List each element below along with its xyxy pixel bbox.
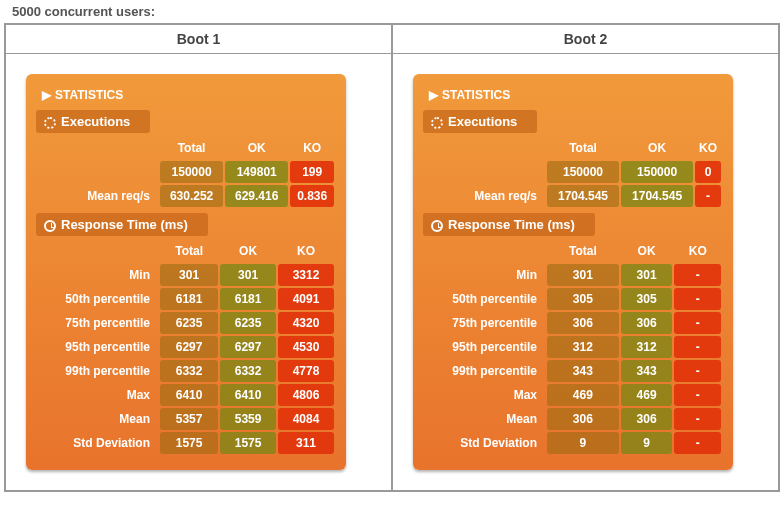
column-header-boot1: Boot 1 <box>6 25 391 54</box>
col-ok: OK <box>621 137 693 159</box>
exec-count-total: 150000 <box>160 161 223 183</box>
row-p95: 95th percentile <box>38 336 158 358</box>
col-ok: OK <box>621 240 673 262</box>
col-total: Total <box>547 137 619 159</box>
col-ok: OK <box>225 137 288 159</box>
executions-section: Executions <box>36 110 150 133</box>
row-p99: 99th percentile <box>38 360 158 382</box>
exec-reqs-total: 630.252 <box>160 185 223 207</box>
exec-count-ko: 199 <box>290 161 334 183</box>
col-total: Total <box>160 240 218 262</box>
exec-count-ko: 0 <box>695 161 721 183</box>
col-ko: KO <box>290 137 334 159</box>
response-section: Response Time (ms) <box>36 213 208 236</box>
row-p75: 75th percentile <box>38 312 158 334</box>
row-p75: 75th percentile <box>425 312 545 334</box>
column-boot1: Boot 1 ▶STATISTICS Executions TotalOKKO … <box>5 24 392 491</box>
row-max: Max <box>38 384 158 406</box>
response-section: Response Time (ms) <box>423 213 595 236</box>
row-p50: 50th percentile <box>425 288 545 310</box>
col-ko: KO <box>278 240 334 262</box>
exec-reqs-ko: - <box>695 185 721 207</box>
row-min: Min <box>425 264 545 286</box>
col-ko: KO <box>674 240 721 262</box>
stats-card-boot2: ▶STATISTICS Executions TotalOKKO 1500001… <box>413 74 733 470</box>
page-title: 5000 concurrent users: <box>4 4 780 19</box>
exec-reqs-total: 1704.545 <box>547 185 619 207</box>
executions-icon <box>44 117 56 129</box>
stats-card-boot1: ▶STATISTICS Executions TotalOKKO 1500001… <box>26 74 346 470</box>
col-ko: KO <box>695 137 721 159</box>
row-p95: 95th percentile <box>425 336 545 358</box>
row-std: Std Deviation <box>38 432 158 454</box>
row-min: Min <box>38 264 158 286</box>
response-table: TotalOKKO Min301301- 50th percentile3053… <box>423 238 723 456</box>
statistics-header: ▶STATISTICS <box>423 84 723 106</box>
row-max: Max <box>425 384 545 406</box>
statistics-header: ▶STATISTICS <box>36 84 336 106</box>
row-p50: 50th percentile <box>38 288 158 310</box>
col-total: Total <box>160 137 223 159</box>
row-mean: Mean <box>425 408 545 430</box>
column-header-boot2: Boot 2 <box>393 25 778 54</box>
row-mean-reqs: Mean req/s <box>38 185 158 207</box>
comparison-grid: Boot 1 ▶STATISTICS Executions TotalOKKO … <box>4 23 780 492</box>
row-mean: Mean <box>38 408 158 430</box>
col-total: Total <box>547 240 619 262</box>
exec-count-ok: 149801 <box>225 161 288 183</box>
executions-table: TotalOKKO 150000149801199 Mean req/s630.… <box>36 135 336 209</box>
clock-icon <box>44 220 56 232</box>
exec-count-ok: 150000 <box>621 161 693 183</box>
executions-icon <box>431 117 443 129</box>
row-mean-reqs: Mean req/s <box>425 185 545 207</box>
triangle-icon: ▶ <box>42 88 51 102</box>
exec-reqs-ko: 0.836 <box>290 185 334 207</box>
executions-section: Executions <box>423 110 537 133</box>
exec-reqs-ok: 629.416 <box>225 185 288 207</box>
row-p99: 99th percentile <box>425 360 545 382</box>
triangle-icon: ▶ <box>429 88 438 102</box>
row-std: Std Deviation <box>425 432 545 454</box>
column-boot2: Boot 2 ▶STATISTICS Executions TotalOKKO … <box>392 24 779 491</box>
exec-reqs-ok: 1704.545 <box>621 185 693 207</box>
executions-table: TotalOKKO 1500001500000 Mean req/s1704.5… <box>423 135 723 209</box>
exec-count-total: 150000 <box>547 161 619 183</box>
clock-icon <box>431 220 443 232</box>
col-ok: OK <box>220 240 276 262</box>
response-table: TotalOKKO Min3013013312 50th percentile6… <box>36 238 336 456</box>
